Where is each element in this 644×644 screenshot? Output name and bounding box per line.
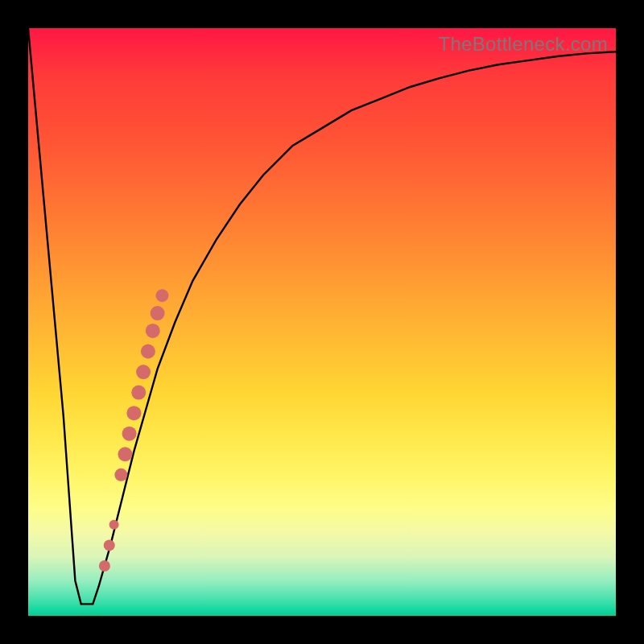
highlight-dot: [146, 324, 160, 338]
highlight-dot: [136, 365, 151, 379]
bottleneck-curve: [28, 28, 616, 604]
chart-frame: TheBottleneck.com: [0, 0, 644, 644]
highlight-dot: [151, 306, 165, 320]
highlight-dot: [118, 447, 132, 461]
highlight-dot: [131, 386, 146, 400]
highlight-dot: [155, 289, 168, 302]
highlight-dot: [99, 560, 110, 572]
plot-area: TheBottleneck.com: [28, 28, 616, 616]
highlight-dot: [109, 520, 119, 530]
highlight-dot: [122, 427, 137, 441]
highlight-dot: [126, 406, 141, 420]
highlighted-dots-group: [99, 289, 169, 572]
highlight-dot: [104, 539, 115, 551]
curve-layer: [28, 28, 616, 616]
highlight-dot: [141, 345, 155, 359]
highlight-dot: [114, 469, 127, 481]
